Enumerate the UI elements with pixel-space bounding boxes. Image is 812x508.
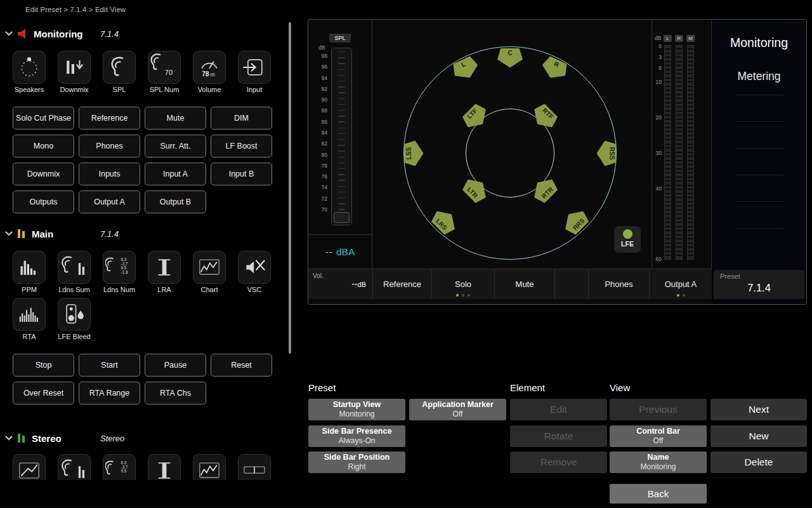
button-control-bar[interactable]: Control Bar Off [610,425,707,447]
chevron-down-icon [5,436,13,441]
button-solo-cut-phase[interactable]: Solo Cut Phase [13,107,74,130]
control-bar: Vol. --dB Reference Solo Mute Phones Out… [308,269,712,299]
button-surr-att[interactable]: Surr. Att. [145,135,206,157]
button-inputs[interactable]: Inputs [79,163,140,185]
button-name[interactable]: Name Monitoring [610,451,707,473]
lfe-bleed-icon [60,300,88,328]
button-rta-range[interactable]: RTA Range [79,382,140,404]
main-meter-icon [17,229,26,239]
cell-solo[interactable]: Solo [431,269,494,299]
tile-chart[interactable]: Chart [187,251,232,293]
chart-line-icon [195,253,223,281]
tile-ldns-num[interactable]: 6.3 -3.7 9.5 -1.8 Ldns Num [96,251,142,293]
button-back[interactable]: Back [610,484,707,504]
lra-range-icon [150,457,178,480]
button-previous[interactable]: Previous [610,399,707,420]
svg-text:9.5: 9.5 [121,469,127,473]
monitor-view-panel: SPL dB 9896 9492 9088 8684 8280 7876 747… [308,19,807,305]
ear-icon [105,53,133,81]
tile-ppm[interactable]: PPM [6,251,52,293]
button-reference[interactable]: Reference [79,107,140,130]
meter-unit-label: dB [655,35,661,41]
button-next[interactable]: Next [710,399,807,420]
section-header-main[interactable]: Main 7.1.4 [5,226,278,241]
button-input-a[interactable]: Input A [145,163,206,185]
lfe-cone-icon [623,229,632,239]
section-preset: 7.1.4 [100,229,119,239]
button-rta-chs[interactable]: RTA Chs [145,382,206,404]
tile-spl-num[interactable]: 70 SPL Num [141,51,187,93]
cell-phones[interactable]: Phones [588,269,649,299]
tile-spl[interactable]: SPL [96,51,142,93]
button-startup-view[interactable]: Startup View Monitoring [308,399,405,420]
button-outputs[interactable]: Outputs [13,190,74,213]
sidebar-preset-box[interactable]: Preset 7.1.4 [714,270,804,299]
tile-input[interactable]: Input [232,51,277,93]
button-new[interactable]: New [710,425,807,447]
tile-vsc[interactable]: VSC [232,251,277,293]
button-lf-boost[interactable]: LF Boost [211,135,272,157]
tile-volume[interactable]: 78 dB Volume [187,51,232,93]
preset-group-label: Preset [308,382,336,393]
speaker-layout-diagram: C L R LTF RTF LSS RSS LTR RTR LRS RRS LF… [372,20,652,269]
section-header-stereo[interactable]: Stereo Stereo [5,431,278,446]
button-remove[interactable]: Remove [510,451,607,473]
tile-lfe-bleed[interactable]: LFE Bleed [51,298,97,340]
cell-mute[interactable]: Mute [494,269,554,299]
button-delete[interactable]: Delete [710,451,807,473]
vol-readout: --dB [351,279,366,289]
lra-range-icon [150,253,178,281]
button-rotate[interactable]: Rotate [510,425,607,447]
sidebar-empty-row [735,148,783,149]
tile-rta[interactable]: RTA [6,298,52,340]
output-a-page-dots [650,294,712,297]
section-title: Monitoring [34,29,82,39]
vectorscope-icon [240,253,268,281]
spl-level-meter [331,48,352,225]
button-phones[interactable]: Phones [79,135,140,157]
button-output-a[interactable]: Output A [79,190,140,213]
tile-ldns-sum[interactable]: Ldns Sum [51,251,97,293]
sidebar-item-monitoring[interactable]: Monitoring [712,27,806,58]
button-downmix[interactable]: Downmix [13,163,74,185]
tile-stereo-lra[interactable] [141,454,187,480]
cell-reference[interactable]: Reference [372,269,431,299]
section-header-monitoring[interactable]: Monitoring 7.1.4 [5,26,278,41]
button-reset[interactable]: Reset [211,354,272,377]
meter-channel-r: R [675,35,683,42]
button-mono[interactable]: Mono [13,135,74,157]
cell-output-a[interactable]: Output A [649,269,712,299]
tile-speakers[interactable]: Speakers [6,51,52,93]
tile-stereo-chart[interactable] [187,454,232,480]
rta-spectrum-icon [15,300,43,328]
button-dim[interactable]: DIM [211,107,272,130]
tile-stereo-corr[interactable] [232,454,277,480]
left-panel-scrollbar[interactable] [289,22,291,354]
button-side-bar-position[interactable]: Side Bar Position Right [308,451,405,473]
tile-downmix[interactable]: Downmix [51,51,97,93]
button-output-b[interactable]: Output B [145,190,206,213]
meter-bar-l [664,45,671,260]
vu-meter-icon: 78 dB [195,53,223,81]
section-title: Stereo [32,433,62,444]
button-mute[interactable]: Mute [145,107,206,130]
cell-vol[interactable]: Vol. --dB [308,269,372,299]
button-stop[interactable]: Stop [13,354,74,377]
button-application-marker[interactable]: Application Marker Off [409,399,506,420]
spl-readout: -- dBA [308,234,372,269]
lfe-speaker-box[interactable]: LFE [614,226,641,253]
button-pause[interactable]: Pause [145,354,206,377]
button-input-b[interactable]: Input B [211,163,272,185]
tile-stereo-graph[interactable] [6,454,52,480]
tile-stereo-ldns-num[interactable]: 6.3 -3.7 9.5 [96,454,142,480]
tile-lra[interactable]: LRA [141,251,187,293]
button-over-reset[interactable]: Over Reset [13,382,74,404]
tile-stereo-ldns-sum[interactable] [51,454,97,480]
button-start[interactable]: Start [79,354,140,377]
ear-numbers-icon: 6.3 -3.7 9.5 -1.8 [105,253,133,281]
sidebar-item-metering[interactable]: Metering [712,62,806,91]
button-edit[interactable]: Edit [510,399,607,420]
button-side-bar-presence[interactable]: Side Bar Presence Always-On [308,425,405,447]
spl-scale: 9896 9492 9088 8684 8280 7876 7472 70 [311,53,327,213]
spl-meter-column: SPL dB 9896 9492 9088 8684 8280 7876 747… [308,20,372,269]
